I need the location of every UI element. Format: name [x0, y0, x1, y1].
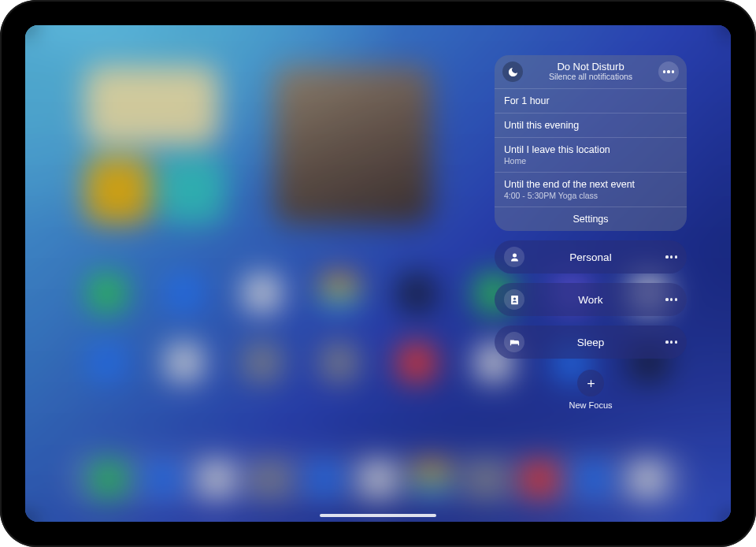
dnd-option-detail: 4:00 - 5:30PM Yoga class — [504, 191, 677, 200]
dnd-option-label: Until this evening — [504, 120, 677, 131]
do-not-disturb-subtitle: Silence all notifications — [509, 73, 673, 82]
dnd-option-evening[interactable]: Until this evening — [495, 113, 687, 138]
dnd-option-label: For 1 hour — [504, 95, 677, 106]
focus-mode-personal[interactable]: Personal — [495, 240, 687, 274]
dnd-option-detail: Home — [504, 156, 677, 166]
focus-mode-more-button[interactable] — [665, 255, 677, 258]
new-focus-label: New Focus — [569, 400, 612, 410]
focus-mode-work[interactable]: Work — [495, 283, 687, 316]
focus-mode-more-button[interactable] — [665, 298, 677, 300]
dnd-option-next-event[interactable]: Until the end of the next event 4:00 - 5… — [495, 173, 687, 207]
dnd-option-1-hour[interactable]: For 1 hour — [495, 89, 687, 113]
do-not-disturb-card: Do Not Disturb Silence all notifications… — [495, 55, 687, 231]
dnd-option-leave-location[interactable]: Until I leave this location Home — [495, 138, 687, 173]
new-focus-button[interactable] — [577, 370, 604, 396]
ipad-frame: Do Not Disturb Silence all notifications… — [0, 0, 756, 547]
focus-mode-label: Sleep — [495, 337, 687, 348]
focus-mode-more-button[interactable] — [665, 340, 677, 343]
focus-panel: Do Not Disturb Silence all notifications… — [495, 55, 687, 410]
dnd-option-label: Until the end of the next event — [504, 179, 677, 190]
ipad-screen: Do Not Disturb Silence all notifications… — [25, 25, 731, 522]
dnd-option-label: Until I leave this location — [504, 144, 677, 155]
home-indicator[interactable] — [320, 514, 436, 518]
do-not-disturb-header[interactable]: Do Not Disturb Silence all notifications — [495, 55, 687, 89]
new-focus: New Focus — [495, 370, 687, 410]
focus-mode-sleep[interactable]: Sleep — [495, 326, 687, 359]
focus-mode-label: Work — [495, 294, 687, 306]
dnd-settings-button[interactable]: Settings — [495, 207, 687, 231]
do-not-disturb-title: Do Not Disturb — [509, 61, 673, 73]
focus-mode-label: Personal — [495, 251, 687, 263]
